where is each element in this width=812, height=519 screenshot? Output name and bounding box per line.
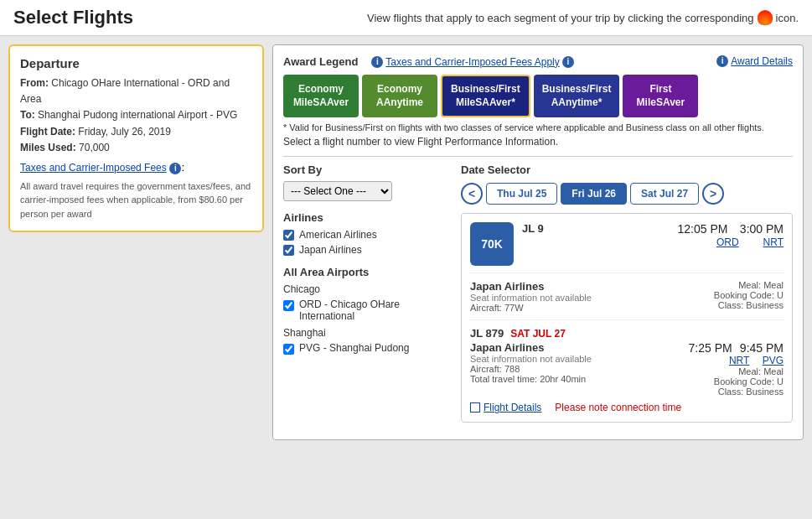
airlines-label: Airlines: [283, 211, 451, 224]
airlines-section: Airlines American Airlines Japan Airline…: [283, 211, 451, 256]
taxes-link-text: Taxes and Carrier-Imposed Fees Apply: [385, 56, 559, 68]
seg2-arrive-airport[interactable]: PVG: [763, 355, 784, 366]
flight-top-info: JL 9 12:05 PM 3:00 PM ORD: [522, 222, 784, 248]
segment-2-flight-number[interactable]: JL 879: [470, 327, 504, 340]
award-details-link[interactable]: i Award Details: [716, 55, 793, 67]
select-flight-text: Select a flight number to view Flight Pe…: [283, 136, 793, 148]
date-selector-row: < Thu Jul 25 Fri Jul 26 Sat Jul 27 >: [461, 183, 793, 205]
fire-icon: [758, 10, 773, 25]
miles-value: 70,000: [79, 142, 110, 153]
airports-label: All Area Airports: [283, 266, 451, 278]
airline-american[interactable]: American Airlines: [283, 229, 451, 241]
date-fri[interactable]: Fri Jul 26: [561, 183, 627, 205]
total-time: Total travel time: 20hr 40min: [470, 374, 592, 384]
header-info-text: View flights that apply to each segment …: [367, 12, 754, 24]
award-legend-row: Award Legend i Taxes and Carrier-Imposed…: [283, 55, 793, 68]
airline-american-label: American Airlines: [299, 229, 377, 241]
award-legend-left: Award Legend i Taxes and Carrier-Imposed…: [283, 55, 574, 68]
seg2-depart-airport[interactable]: NRT: [729, 355, 749, 366]
taxes-info-icon: i: [371, 56, 383, 68]
next-date-btn[interactable]: >: [702, 183, 724, 205]
airport-ord-checkbox[interactable]: [283, 300, 294, 311]
segment-2: JL 879 SAT JUL 27 Japan Airlines Seat in…: [470, 319, 784, 397]
sort-label: Sort By: [283, 163, 451, 176]
to-label: To:: [20, 109, 35, 121]
award-details-text: Award Details: [731, 55, 793, 67]
award-note: * Valid for Business/First on flights wi…: [283, 122, 793, 132]
btn-business-milesaver[interactable]: Business/FirstMileSAAver*: [441, 75, 530, 117]
departure-title: Departure: [20, 56, 252, 70]
segment-1: Japan Airlines Seat information not avai…: [470, 272, 784, 319]
fees-text: All award travel requires the government…: [20, 179, 252, 221]
segment-1-seat: Seat information not available: [470, 293, 666, 303]
flight-details-text: Flight Details: [484, 402, 541, 413]
segment-2-left: JL 879 SAT JUL 27 Japan Airlines Seat in…: [470, 327, 784, 397]
award-details-icon: i: [716, 55, 728, 67]
sort-select[interactable]: --- Select One ---: [283, 181, 392, 201]
from-value: Chicago OHare International - ORD and Ar…: [20, 77, 230, 105]
airport-pvg-label: PVG - Shanghai Pudong: [299, 342, 409, 354]
right-panel: Award Legend i Taxes and Carrier-Imposed…: [272, 44, 804, 440]
main-container: Departure From: Chicago OHare Internatio…: [0, 36, 812, 449]
segment-2-seat: Seat information not available: [470, 354, 592, 364]
fees-link[interactable]: Taxes and Carrier-Imposed Fees: [20, 162, 167, 174]
seg2-depart-time: 7:25 PM: [689, 341, 732, 355]
details-checkbox-icon: [470, 402, 480, 413]
btn-economy-milesaver[interactable]: EconomyMileSAAver: [283, 75, 359, 117]
flights-col: Date Selector < Thu Jul 25 Fri Jul 26 Sa…: [461, 163, 793, 429]
segment-1-right: Meal: Meal Booking Code: U Class: Busine…: [675, 280, 784, 313]
miles-label: Miles Used:: [20, 142, 76, 153]
segment-1-class: Class: Business: [675, 300, 784, 310]
btn-business-aanytime[interactable]: Business/FirstAAnytime*: [534, 75, 620, 117]
arrive-airport[interactable]: NRT: [763, 236, 784, 248]
flight-card: 70K JL 9 12:05 PM 3:00 PM: [461, 213, 793, 423]
airport-pvg-checkbox[interactable]: [283, 344, 294, 355]
flight-details-link[interactable]: Flight Details: [470, 402, 541, 413]
prev-date-btn[interactable]: <: [461, 183, 483, 205]
airports-section: All Area Airports Chicago ORD - Chicago …: [283, 266, 451, 355]
from-label: From:: [20, 77, 49, 89]
connection-notice: Please note connection time: [555, 402, 681, 413]
header: Select Flights View flights that apply t…: [0, 0, 812, 36]
segment-1-meal: Meal: Meal: [675, 280, 784, 290]
airport-pvg[interactable]: PVG - Shanghai Pudong: [283, 342, 451, 355]
segment-2-aircraft: Aircraft: 788: [470, 364, 592, 374]
flight-times: 12:05 PM 3:00 PM ORD NRT: [677, 222, 784, 248]
segment-2-right: 7:25 PM 9:45 PM NRT PVG: [675, 341, 784, 397]
segment-1-aircraft: Aircraft: 77W: [470, 303, 666, 313]
fees-link-text: Taxes and Carrier-Imposed Fees: [20, 162, 167, 174]
flight-number[interactable]: JL 9: [522, 222, 544, 235]
page-title: Select Flights: [13, 7, 133, 29]
taxes-link[interactable]: i Taxes and Carrier-Imposed Fees Apply i: [371, 56, 573, 68]
seg2-class: Class: Business: [675, 387, 784, 397]
segment-1-airline: Japan Airlines: [470, 280, 666, 293]
depart-airport[interactable]: ORD: [716, 236, 739, 248]
content-row: Sort By --- Select One --- Airlines Amer…: [283, 163, 793, 429]
date-sat[interactable]: Sat Jul 27: [630, 183, 699, 205]
divider: [283, 156, 793, 157]
segment-1-booking: Booking Code: U: [675, 290, 784, 300]
left-panel: Departure From: Chicago OHare Internatio…: [8, 44, 264, 440]
airport-ord[interactable]: ORD - Chicago OHare International: [283, 298, 451, 322]
city-shanghai: Shanghai: [283, 327, 451, 339]
airline-american-checkbox[interactable]: [283, 230, 294, 241]
price-badge[interactable]: 70K: [470, 222, 514, 266]
filters-col: Sort By --- Select One --- Airlines Amer…: [283, 163, 451, 429]
airline-japan[interactable]: Japan Airlines: [283, 244, 451, 256]
departure-info: From: Chicago OHare International - ORD …: [20, 75, 252, 156]
departure-box: Departure From: Chicago OHare Internatio…: [8, 44, 264, 232]
date-thu[interactable]: Thu Jul 25: [486, 183, 557, 205]
flight-date-value: Friday, July 26, 2019: [78, 126, 171, 138]
sort-section: Sort By --- Select One ---: [283, 163, 451, 201]
segment-2-airline: Japan Airlines: [470, 341, 592, 354]
airport-ord-label: ORD - Chicago OHare International: [299, 298, 451, 322]
seg2-arrive-time: 9:45 PM: [740, 341, 784, 355]
btn-first-milesaver[interactable]: FirstMileSAver: [623, 75, 698, 117]
segment-1-left: Japan Airlines Seat information not avai…: [470, 280, 666, 313]
airline-japan-checkbox[interactable]: [283, 245, 294, 256]
seg2-meal: Meal: Meal: [675, 366, 784, 376]
award-legend-title: Award Legend: [283, 55, 358, 68]
fees-info-icon: i: [169, 163, 181, 174]
taxes-info-icon2: i: [562, 56, 574, 68]
btn-economy-aanytime[interactable]: EconomyAAnytime: [362, 75, 437, 117]
